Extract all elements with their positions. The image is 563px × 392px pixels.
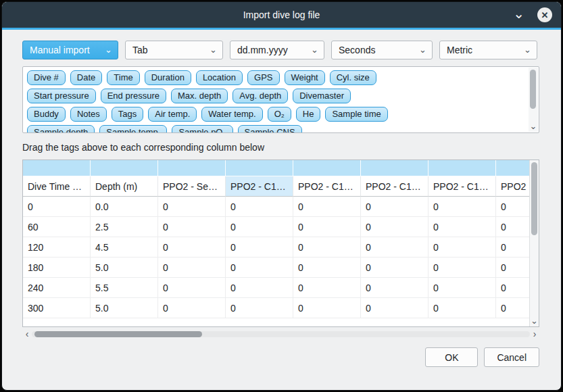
tag-sample-po[interactable]: Sample pO₂	[172, 125, 232, 133]
table-cell: 0	[293, 278, 361, 298]
hscrollbar-track[interactable]	[32, 331, 530, 337]
drop-target-cell[interactable]	[293, 160, 361, 176]
table-cell: 0	[496, 258, 531, 278]
tag-sample-depth[interactable]: Sample depth	[27, 125, 95, 133]
scroll-right-icon[interactable]: ›	[530, 330, 539, 338]
tag-row: BuddyNotesTagsAir temp.Water temp.O₂HeSa…	[27, 107, 522, 122]
table-cell: 0	[496, 237, 531, 258]
combo-dd-mm-yyyy[interactable]: dd.mm.yyyy⌄	[230, 41, 324, 59]
combo-seconds[interactable]: Seconds⌄	[331, 41, 433, 59]
tag-time[interactable]: Time	[107, 70, 139, 85]
tag-scroll-down-icon[interactable]: ⌄	[529, 122, 538, 131]
column-header[interactable]: Depth (m)	[91, 176, 158, 197]
tag-weight[interactable]: Weight	[285, 70, 325, 85]
table-scroll-down-icon[interactable]: ⌄	[530, 316, 539, 326]
titlebar[interactable]: Import dive log file ⌄ ✕	[2, 2, 561, 28]
close-button[interactable]: ✕	[537, 7, 552, 22]
chevron-down-icon: ⌄	[311, 47, 318, 53]
table-row: 1204.5000000	[23, 237, 531, 258]
tag-location[interactable]: Location	[196, 70, 243, 85]
drop-target-cell[interactable]	[23, 160, 91, 176]
tag-he[interactable]: He	[296, 107, 321, 122]
table-cell: 300	[23, 298, 91, 318]
tag-area: Dive #DateTimeDurationLocationGPSWeightC…	[22, 66, 539, 133]
tag-gps[interactable]: GPS	[247, 70, 279, 85]
column-header[interactable]: PPO2 - C1…	[293, 176, 361, 197]
tag-scrollbar-thumb[interactable]	[530, 70, 536, 109]
table-cell: 0	[361, 237, 429, 258]
column-header[interactable]: PPO2 - Se…	[158, 176, 226, 197]
tag-buddy[interactable]: Buddy	[27, 107, 66, 122]
tag-sample-temp[interactable]: Sample temp.	[99, 125, 167, 133]
tag-divemaster[interactable]: Divemaster	[293, 89, 351, 103]
table-cell: 60	[23, 217, 91, 237]
tag-air-temp[interactable]: Air temp.	[148, 107, 197, 122]
tag-dive[interactable]: Dive #	[27, 70, 66, 85]
ok-button[interactable]: OK	[425, 347, 478, 367]
combo-tab[interactable]: Tab⌄	[125, 41, 223, 59]
table-cell: 0	[226, 197, 293, 217]
combo-metric[interactable]: Metric⌄	[439, 41, 537, 59]
combo-label: Tab	[132, 45, 148, 55]
table-cell: 5.0	[91, 258, 158, 278]
dialog-content: Manual import⌄Tab⌄dd.mm.yyyy⌄Seconds⌄Met…	[2, 30, 561, 367]
tag-duration[interactable]: Duration	[145, 70, 191, 85]
table-vscrollbar-thumb[interactable]	[531, 162, 537, 235]
shade-chevron-icon[interactable]: ⌄	[513, 5, 524, 22]
table-cell: 0	[293, 217, 361, 237]
tag-avg-depth[interactable]: Avg. depth	[232, 89, 288, 103]
tag-tags[interactable]: Tags	[112, 107, 143, 122]
table-cell: 0	[496, 278, 531, 298]
drop-target-cell[interactable]	[496, 160, 531, 176]
column-header[interactable]: PPO2 - C1…	[361, 176, 429, 197]
tag-row: Dive #DateTimeDurationLocationGPSWeightC…	[27, 70, 522, 85]
combo-label: dd.mm.yyyy	[237, 45, 288, 55]
combo-manual-import[interactable]: Manual import⌄	[22, 41, 118, 59]
drop-target-cell[interactable]	[158, 160, 226, 176]
tag-sample-cns[interactable]: Sample CNS	[238, 125, 302, 133]
tag-date[interactable]: Date	[70, 70, 102, 85]
table-cell: 4.5	[91, 237, 158, 258]
chevron-down-icon: ⌄	[524, 47, 531, 53]
column-header[interactable]: Dive Time …	[23, 176, 91, 197]
tag-max-depth[interactable]: Max. depth	[171, 89, 228, 103]
table-cell: 0	[226, 298, 293, 318]
import-dialog-window: Import dive log file ⌄ ✕ Manual import⌄T…	[1, 1, 562, 391]
drop-target-cell[interactable]	[361, 160, 429, 176]
table-hscrollbar[interactable]: ‹ ›	[22, 329, 539, 339]
column-header[interactable]: PPO2 - C1…	[429, 176, 496, 197]
cancel-button[interactable]: Cancel	[484, 347, 539, 367]
dialog-buttons: OK Cancel	[22, 347, 539, 367]
table-cell: 0	[293, 298, 361, 318]
table-vscrollbar[interactable]: ⌄	[529, 160, 539, 326]
drop-target-cell[interactable]	[91, 160, 158, 176]
tag-o[interactable]: O₂	[268, 107, 291, 122]
table-row: 602.5000000	[23, 217, 531, 237]
chevron-down-icon: ⌄	[419, 47, 426, 53]
tag-scrollbar[interactable]: ⌄	[529, 68, 538, 132]
column-header[interactable]: PPO2	[496, 176, 531, 197]
tag-end-pressure[interactable]: End pressure	[101, 89, 166, 103]
tag-water-temp[interactable]: Water temp.	[201, 107, 262, 122]
table-cell: 0	[23, 197, 91, 217]
combo-row: Manual import⌄Tab⌄dd.mm.yyyy⌄Seconds⌄Met…	[22, 41, 539, 59]
drop-target-cell[interactable]	[226, 160, 293, 176]
tag-notes[interactable]: Notes	[70, 107, 107, 122]
preview-table: Dive Time …Depth (m)PPO2 - Se…PPO2 - C1……	[23, 160, 531, 318]
table-cell: 0	[293, 237, 361, 258]
scroll-left-icon[interactable]: ‹	[22, 330, 32, 338]
tag-start-pressure[interactable]: Start pressure	[27, 89, 96, 103]
preview-table-wrap: Dive Time …Depth (m)PPO2 - Se…PPO2 - C1……	[22, 160, 539, 327]
combo-label: Manual import	[30, 45, 90, 55]
table-cell: 2.5	[91, 217, 158, 237]
drop-target-cell[interactable]	[429, 160, 496, 176]
tag-cyl-size[interactable]: Cyl. size	[330, 70, 376, 85]
window-title: Import dive log file	[243, 9, 320, 20]
hscrollbar-thumb[interactable]	[34, 331, 202, 337]
table-cell: 0	[158, 258, 226, 278]
table-cell: 0.0	[91, 197, 158, 217]
column-header[interactable]: PPO2 - C1…	[226, 176, 293, 197]
table-cell: 0	[361, 298, 429, 318]
tag-sample-time[interactable]: Sample time	[325, 107, 387, 122]
table-cell: 0	[429, 237, 496, 258]
